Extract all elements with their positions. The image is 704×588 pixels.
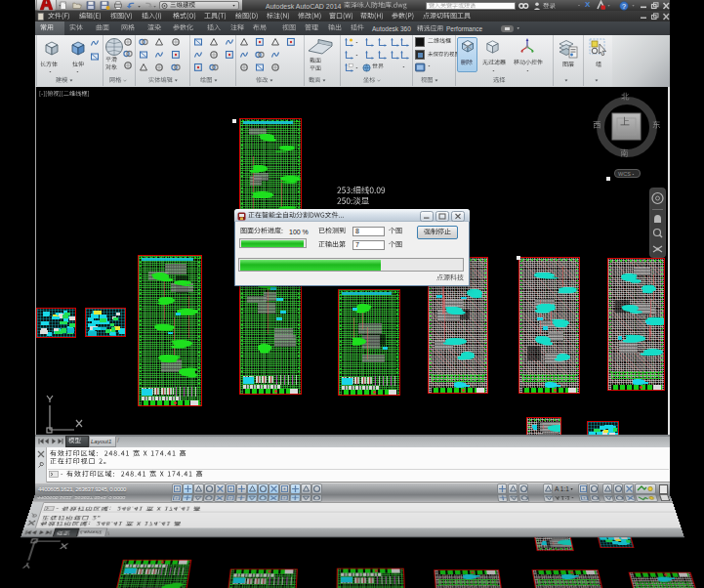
svg-text:?: ?	[622, 3, 626, 10]
